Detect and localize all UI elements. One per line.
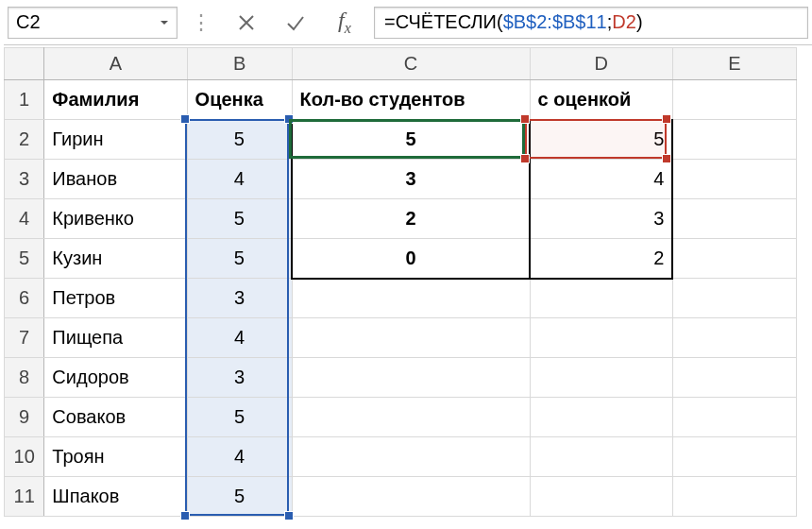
row-header-11[interactable]: 11 [5,477,44,517]
cell-A9[interactable]: Соваков [44,398,187,437]
cell-C3[interactable]: 3 [292,160,530,199]
cell-B4[interactable]: 5 [187,199,292,239]
cell-A4[interactable]: Кривенко [44,199,187,239]
name-box-value: C2 [16,11,41,33]
formula-prefix: =СЧЁТЕСЛИ( [384,11,503,33]
cell-C5[interactable]: 0 [292,239,530,279]
x-icon [237,13,256,32]
cell-C6[interactable] [292,279,530,318]
formula-suffix: ) [636,11,643,33]
row-header-8[interactable]: 8 [5,358,44,398]
cell-C4[interactable]: 2 [292,199,530,239]
row-header-10[interactable]: 10 [5,437,44,477]
cell-D1[interactable]: с оценкой [530,80,672,120]
fx-icon: fx [338,8,351,37]
cell-C1[interactable]: Кол-во студентов [292,80,530,120]
cell-D6[interactable] [530,279,672,318]
col-header-E[interactable]: E [672,48,796,80]
cell-A7[interactable]: Пищепа [44,318,187,358]
cell-B2[interactable]: 5 [187,120,292,160]
cell-B5[interactable]: 5 [187,239,292,279]
cell-E8[interactable] [672,358,796,398]
select-all-corner[interactable] [5,48,44,80]
enter-button[interactable] [276,7,315,39]
cell-D9[interactable] [530,398,672,437]
cell-D11[interactable] [530,477,672,517]
cell-E11[interactable] [672,477,796,517]
cell-B3[interactable]: 4 [187,160,292,199]
cell-A2[interactable]: Гирин [44,120,187,160]
spreadsheet-grid[interactable]: A B C D E 1 Фамилия Оценка Кол-во студен… [4,47,812,517]
row-header-3[interactable]: 3 [5,160,44,199]
cell-A3[interactable]: Иванов [44,160,187,199]
cell-E4[interactable] [672,199,796,239]
col-header-A[interactable]: A [44,48,187,80]
cell-E2[interactable] [672,120,796,160]
cancel-button[interactable] [227,7,266,39]
cell-E6[interactable] [672,279,796,318]
cell-C8[interactable] [292,358,530,398]
formula-bar: C2 ⋮ fx =СЧЁТЕСЛИ($B$2:$B$11;D2) [4,6,812,45]
row-header-7[interactable]: 7 [5,318,44,358]
row-header-4[interactable]: 4 [5,199,44,239]
cell-B8[interactable]: 3 [187,358,292,398]
cells-table: A B C D E 1 Фамилия Оценка Кол-во студен… [4,47,797,517]
insert-function-button[interactable]: fx [325,7,364,39]
row-header-9[interactable]: 9 [5,398,44,437]
cell-D8[interactable] [530,358,672,398]
cell-E7[interactable] [672,318,796,358]
cell-B1[interactable]: Оценка [187,80,292,120]
cell-B7[interactable]: 4 [187,318,292,358]
cell-D5[interactable]: 2 [530,239,672,279]
row-header-6[interactable]: 6 [5,279,44,318]
cell-A5[interactable]: Кузин [44,239,187,279]
name-box[interactable]: C2 [8,7,178,39]
cell-A8[interactable]: Сидоров [44,358,187,398]
cell-B9[interactable]: 5 [187,398,292,437]
cell-B6[interactable]: 3 [187,279,292,318]
cell-A11[interactable]: Шпаков [44,477,187,517]
cell-A1[interactable]: Фамилия [44,80,187,120]
cell-C11[interactable] [292,477,530,517]
row-header-1[interactable]: 1 [5,80,44,120]
cell-D7[interactable] [530,318,672,358]
row-header-2[interactable]: 2 [5,120,44,160]
cell-A6[interactable]: Петров [44,279,187,318]
cell-D3[interactable]: 4 [530,160,672,199]
cell-D10[interactable] [530,437,672,477]
col-header-C[interactable]: C [292,48,530,80]
cell-D2[interactable]: 5 [530,120,672,160]
cell-C7[interactable] [292,318,530,358]
cell-E10[interactable] [672,437,796,477]
cell-E1[interactable] [672,80,796,120]
cell-B10[interactable]: 4 [187,437,292,477]
cell-A10[interactable]: Троян [44,437,187,477]
cell-D4[interactable]: 3 [530,199,672,239]
col-header-D[interactable]: D [530,48,672,80]
separator-icon: ⋮ [187,10,217,35]
col-header-B[interactable]: B [187,48,292,80]
cell-C9[interactable] [292,398,530,437]
formula-ref1: $B$2:$B$11 [503,11,607,33]
cell-C2[interactable]: 5 [292,120,530,160]
cell-E5[interactable] [672,239,796,279]
check-icon [285,12,306,33]
cell-E9[interactable] [672,398,796,437]
cell-C10[interactable] [292,437,530,477]
name-box-dropdown-icon[interactable] [154,9,175,36]
cell-B11[interactable]: 5 [187,477,292,517]
row-header-5[interactable]: 5 [5,239,44,279]
cell-E3[interactable] [672,160,796,199]
formula-ref2: D2 [612,11,636,33]
formula-input[interactable]: =СЧЁТЕСЛИ($B$2:$B$11;D2) [374,7,808,39]
